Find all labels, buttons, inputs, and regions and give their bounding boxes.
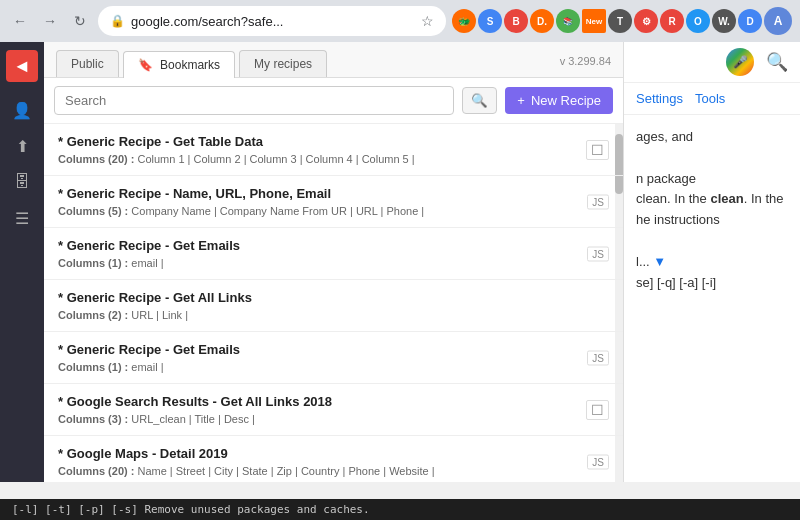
recipe-name-6: * Google Maps - Detail 2019: [58, 446, 609, 461]
recipe-name-0: * Generic Recipe - Get Table Data: [58, 134, 609, 149]
recipe-item-6[interactable]: * Google Maps - Detail 2019 Columns (20)…: [44, 436, 623, 482]
tab-myrecipes-label: My recipes: [254, 57, 312, 71]
google-avatar[interactable]: A: [764, 7, 792, 35]
database-icon: 🗄: [14, 173, 30, 191]
toolbar-settings[interactable]: Settings: [636, 91, 683, 106]
content-line-7: se] [-q] [-a] [-i]: [636, 273, 788, 294]
ext-new-badge: New: [582, 9, 606, 33]
recipe-item-5[interactable]: * Google Search Results - Get All Links …: [44, 384, 623, 436]
recipe-badge-6: JS: [587, 454, 609, 469]
recipe-name-2: * Generic Recipe - Get Emails: [58, 238, 609, 253]
upload-icon: ⬆: [16, 137, 29, 156]
search-bar: 🔍 + New Recipe: [44, 78, 623, 124]
recipe-columns-2: Columns (1) : email |: [58, 257, 609, 269]
content-line-4: he instructions: [636, 210, 788, 231]
browser-chrome: ← → ↻ 🔒 google.com/search?safe... ☆ 🐲 S …: [0, 0, 800, 42]
forward-button[interactable]: →: [38, 9, 62, 33]
content-area: ◄ 👤 ⬆ 🗄 ☰ Public 🔖 Bookmarks My recipes: [0, 42, 800, 482]
recipe-name-4: * Generic Recipe - Get Emails: [58, 342, 609, 357]
lock-icon: 🔒: [110, 14, 125, 28]
content-line-0: ages, and: [636, 127, 788, 148]
address-bar[interactable]: 🔒 google.com/search?safe... ☆: [98, 6, 446, 36]
search-icon: 🔍: [471, 93, 488, 108]
tab-public[interactable]: Public: [56, 50, 119, 77]
ext-icon-6[interactable]: T: [608, 9, 632, 33]
recipe-columns-0: Columns (20) : Column 1 | Column 2 | Col…: [58, 153, 609, 165]
reload-button[interactable]: ↻: [68, 9, 92, 33]
right-toolbar: Settings Tools: [624, 83, 800, 115]
recipe-name-3: * Generic Recipe - Get All Links: [58, 290, 609, 305]
back-button[interactable]: ←: [8, 9, 32, 33]
expand-icon[interactable]: ▼: [653, 254, 666, 269]
ext-icon-1[interactable]: 🐲: [452, 9, 476, 33]
recipe-columns-3: Columns (2) : URL | Link |: [58, 309, 609, 321]
recipe-badge-0: ☐: [586, 140, 609, 160]
recipe-columns-5: Columns (3) : URL_clean | Title | Desc |: [58, 413, 609, 425]
content-line-3: clean. In the clean. In the: [636, 189, 788, 210]
tab-bookmarks[interactable]: 🔖 Bookmarks: [123, 51, 235, 78]
tab-myrecipes[interactable]: My recipes: [239, 50, 327, 77]
recipe-name-1: * Generic Recipe - Name, URL, Phone, Ema…: [58, 186, 609, 201]
ext-icon-9[interactable]: O: [686, 9, 710, 33]
search-input[interactable]: [54, 86, 454, 115]
new-recipe-button[interactable]: + New Recipe: [505, 87, 613, 114]
plus-icon: +: [517, 93, 525, 108]
left-sidebar: ◄ 👤 ⬆ 🗄 ☰: [0, 42, 44, 482]
version-label: v 3.299.84: [560, 55, 611, 73]
tab-public-label: Public: [71, 57, 104, 71]
recipe-item-1[interactable]: * Generic Recipe - Name, URL, Phone, Ema…: [44, 176, 623, 228]
recipe-panel: Public 🔖 Bookmarks My recipes v 3.299.84…: [44, 42, 624, 482]
ext-icon-11[interactable]: D: [738, 9, 762, 33]
user-icon: 👤: [12, 101, 32, 120]
ext-icon-10[interactable]: W.: [712, 9, 736, 33]
recipe-columns-1: Columns (5) : Company Name | Company Nam…: [58, 205, 609, 217]
logo-icon: ◄: [13, 56, 31, 77]
recipe-name-5: * Google Search Results - Get All Links …: [58, 394, 609, 409]
menu-icon: ☰: [15, 209, 29, 228]
ext-icon-4[interactable]: D.: [530, 9, 554, 33]
ext-icon-3[interactable]: B: [504, 9, 528, 33]
right-content: ages, and n package clean. In the clean.…: [624, 115, 800, 305]
recipe-badge-2: JS: [587, 246, 609, 261]
recipe-item-4[interactable]: * Generic Recipe - Get Emails Columns (1…: [44, 332, 623, 384]
ext-icon-7[interactable]: ⚙: [634, 9, 658, 33]
content-line-2: n package: [636, 169, 788, 190]
recipe-badge-4: JS: [587, 350, 609, 365]
new-recipe-label: New Recipe: [531, 93, 601, 108]
ext-icon-8[interactable]: R: [660, 9, 684, 33]
recipe-badge-5: ☐: [586, 400, 609, 420]
recipe-columns-4: Columns (1) : email |: [58, 361, 609, 373]
content-line-6: l... ▼: [636, 252, 788, 273]
sidebar-icon-user[interactable]: 👤: [6, 94, 38, 126]
browser-toolbar: ← → ↻ 🔒 google.com/search?safe... ☆ 🐲 S …: [0, 0, 800, 42]
sidebar-icon-menu[interactable]: ☰: [6, 202, 38, 234]
recipe-item-3[interactable]: * Generic Recipe - Get All Links Columns…: [44, 280, 623, 332]
terminal-bar: [-l] [-t] [-p] [-s] Remove unused packag…: [0, 499, 800, 520]
sidebar-icon-upload[interactable]: ⬆: [6, 130, 38, 162]
terminal-text: [-l] [-t] [-p] [-s] Remove unused packag…: [12, 503, 370, 516]
toolbar-tools[interactable]: Tools: [695, 91, 725, 106]
browser-extension-icons: 🐲 S B D. 📚 New T ⚙ R O W. D A: [452, 7, 792, 35]
recipe-columns-6: Columns (20) : Name | Street | City | St…: [58, 465, 609, 477]
right-area: 🎤 🔍 Settings Tools ages, and n package c…: [624, 42, 800, 482]
bookmark-icon: 🔖: [138, 58, 153, 72]
recipe-item-2[interactable]: * Generic Recipe - Get Emails Columns (1…: [44, 228, 623, 280]
search-button[interactable]: 🔍: [462, 87, 497, 114]
google-search-icon[interactable]: 🔍: [766, 51, 788, 73]
sidebar-logo[interactable]: ◄: [6, 50, 38, 82]
recipe-badge-1: JS: [587, 194, 609, 209]
url-text: google.com/search?safe...: [131, 14, 415, 29]
content-line-3b: In the: [751, 191, 784, 206]
tab-bookmarks-label: Bookmarks: [160, 58, 220, 72]
bookmark-star-icon[interactable]: ☆: [421, 13, 434, 29]
recipe-list: * Generic Recipe - Get Table Data Column…: [44, 124, 623, 482]
ext-icon-2[interactable]: S: [478, 9, 502, 33]
panel-tabs: Public 🔖 Bookmarks My recipes v 3.299.84: [44, 42, 623, 78]
recipe-item-0[interactable]: * Generic Recipe - Get Table Data Column…: [44, 124, 623, 176]
sidebar-icon-database[interactable]: 🗄: [6, 166, 38, 198]
ext-icon-5[interactable]: 📚: [556, 9, 580, 33]
google-mic-button[interactable]: 🎤: [726, 48, 754, 76]
